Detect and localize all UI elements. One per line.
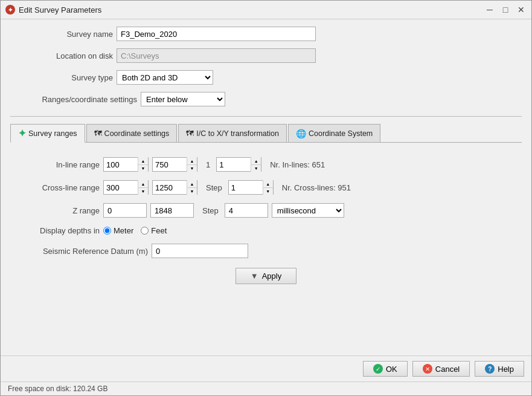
maximize-button[interactable]: □ [500, 4, 511, 15]
inline-end-input[interactable] [153, 158, 187, 171]
crossline-step-spinner[interactable]: ▲ ▼ [228, 180, 274, 195]
ranges-label: Ranges/coordinate settings [10, 95, 137, 104]
inline-end-spin-btns: ▲ ▼ [187, 157, 197, 172]
window-title: Edit Survey Parameters [19, 5, 481, 15]
inline-end-down[interactable]: ▼ [187, 164, 197, 172]
coordinate-system-icon: 🌐 [296, 129, 306, 138]
help-label: Help [498, 365, 514, 374]
tab-coordinate-system-label: Coordinate System [309, 129, 373, 138]
inline-start-spinner[interactable]: ▲ ▼ [103, 157, 149, 172]
meter-radio-label[interactable]: Meter [103, 226, 133, 235]
crossline-step-spin-btns: ▲ ▼ [263, 180, 273, 195]
datum-row: Seismic Reference Datum (m) [21, 244, 517, 258]
datum-input[interactable] [152, 244, 248, 258]
coordinate-settings-icon: 🗺 [94, 129, 102, 138]
crossline-range-label: Cross-line range [21, 183, 100, 192]
crossline-end-spin-btns: ▲ ▼ [187, 180, 197, 195]
location-input [117, 48, 316, 63]
display-depths-row: Display depths in Meter Feet [21, 226, 517, 235]
feet-radio[interactable] [141, 227, 149, 235]
z-range-label: Z range [21, 206, 100, 215]
inline-step-up[interactable]: ▲ [251, 157, 261, 164]
crossline-step-input[interactable] [229, 181, 263, 194]
inline-step-down[interactable]: ▼ [251, 164, 261, 172]
inline-nr-label: Nr. In-lines: 651 [270, 160, 325, 169]
ic-xy-icon: 🗺 [186, 129, 194, 138]
apply-button[interactable]: ▼ Apply [236, 268, 296, 284]
tab-coordinate-settings[interactable]: 🗺 Coordinate settings [86, 124, 178, 142]
tab-ic-xy[interactable]: 🗺 I/C to X/Y transformation [178, 124, 287, 142]
display-depths-radio-group: Meter Feet [103, 226, 167, 235]
inline-step-label: 1 [206, 160, 210, 169]
ok-label: OK [386, 365, 397, 374]
feet-label: Feet [151, 226, 167, 235]
feet-radio-label[interactable]: Feet [141, 226, 167, 235]
z-end-input[interactable] [150, 203, 194, 218]
ranges-select[interactable]: Enter below From data [141, 92, 225, 106]
z-step-label: Step [202, 206, 219, 215]
z-range-row: Z range Step millisecond meter feet [21, 203, 517, 218]
help-icon: ? [485, 364, 495, 374]
title-bar: ✦ Edit Survey Parameters ─ □ ✕ [1, 1, 531, 19]
content-area: Survey name Location on disk Survey type… [1, 19, 531, 355]
location-label: Location on disk [10, 51, 113, 60]
crossline-end-up[interactable]: ▲ [187, 180, 197, 187]
crossline-step-down[interactable]: ▼ [263, 187, 273, 195]
separator [10, 116, 522, 117]
inline-step-input[interactable] [217, 158, 251, 171]
z-start-input[interactable] [103, 203, 147, 218]
inline-end-up[interactable]: ▲ [187, 157, 197, 164]
main-window: ✦ Edit Survey Parameters ─ □ ✕ Survey na… [0, 0, 532, 396]
tab-ic-xy-label: I/C to X/Y transformation [196, 129, 279, 138]
crossline-end-spinner[interactable]: ▲ ▼ [152, 180, 197, 195]
survey-name-input[interactable] [117, 27, 316, 41]
free-space-text: Free space on disk: 120.24 GB [8, 385, 107, 393]
close-button[interactable]: ✕ [516, 4, 527, 15]
meter-label: Meter [114, 226, 133, 235]
crossline-end-input[interactable] [153, 181, 187, 194]
survey-ranges-icon: ✦ [18, 128, 26, 139]
ranges-settings-row: Ranges/coordinate settings Enter below F… [10, 92, 522, 106]
crossline-step-up[interactable]: ▲ [263, 180, 273, 187]
minimize-button[interactable]: ─ [484, 4, 495, 15]
apply-button-row: ▼ Apply [15, 258, 517, 289]
crossline-start-spin-btns: ▲ ▼ [138, 180, 148, 195]
survey-type-select[interactable]: Both 2D and 3D 2D only 3D only [117, 70, 213, 85]
crossline-nr-label: Nr. Cross-lines: 951 [282, 183, 351, 192]
window-controls: ─ □ ✕ [484, 4, 527, 15]
apply-arrow-icon: ▼ [251, 271, 258, 281]
tab-coordinate-system[interactable]: 🌐 Coordinate System [288, 124, 380, 142]
display-depths-label: Display depths in [21, 226, 100, 235]
survey-name-row: Survey name [10, 27, 522, 41]
tab-bar: ✦ Survey ranges 🗺 Coordinate settings 🗺 … [10, 124, 522, 143]
z-step-input[interactable] [225, 203, 268, 218]
ok-icon: ✓ [373, 364, 383, 374]
crossline-end-down[interactable]: ▼ [187, 187, 197, 195]
inline-end-spinner[interactable]: ▲ ▼ [152, 157, 197, 172]
cancel-icon: ✕ [423, 364, 432, 374]
survey-type-row: Survey type Both 2D and 3D 2D only 3D on… [10, 70, 522, 85]
cancel-button[interactable]: ✕ Cancel [412, 361, 470, 377]
survey-name-label: Survey name [10, 30, 113, 39]
tab-survey-ranges-label: Survey ranges [28, 129, 77, 138]
z-unit-select[interactable]: millisecond meter feet [272, 203, 344, 218]
tab-coordinate-settings-label: Coordinate settings [104, 129, 170, 138]
inline-start-down[interactable]: ▼ [138, 164, 148, 172]
inline-step-spinner[interactable]: ▲ ▼ [216, 157, 261, 172]
range-section: In-line range ▲ ▼ ▲ ▼ [21, 157, 517, 258]
cancel-label: Cancel [435, 365, 460, 374]
tab-content-survey-ranges: In-line range ▲ ▼ ▲ ▼ [10, 148, 522, 355]
location-row: Location on disk [10, 48, 522, 63]
footer-button-row: ✓ OK ✕ Cancel ? Help [1, 355, 531, 381]
ok-button[interactable]: ✓ OK [363, 361, 408, 377]
crossline-start-input[interactable] [104, 181, 138, 194]
tab-survey-ranges[interactable]: ✦ Survey ranges [10, 124, 85, 143]
inline-start-input[interactable] [104, 158, 138, 171]
meter-radio[interactable] [103, 227, 111, 235]
crossline-start-down[interactable]: ▼ [138, 187, 148, 195]
inline-start-up[interactable]: ▲ [138, 157, 148, 164]
crossline-step-label: Step [206, 183, 222, 192]
crossline-start-up[interactable]: ▲ [138, 180, 148, 187]
crossline-start-spinner[interactable]: ▲ ▼ [103, 180, 149, 195]
help-button[interactable]: ? Help [475, 361, 524, 377]
